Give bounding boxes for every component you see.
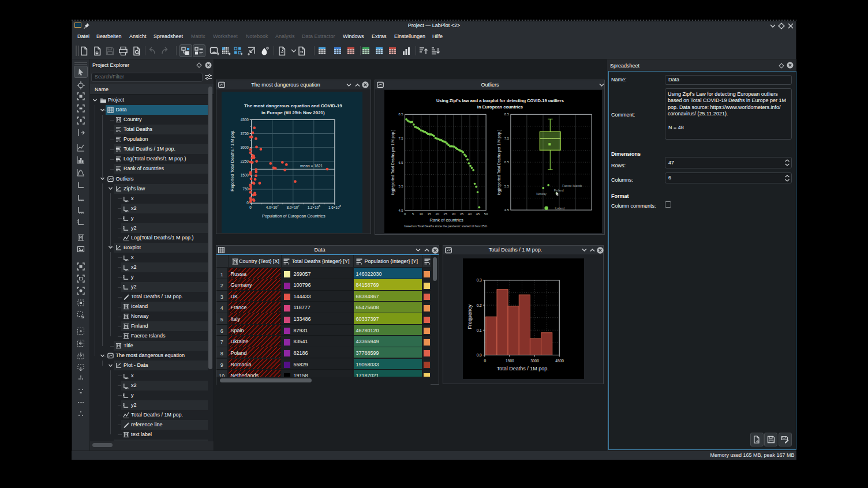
svg-text:based on Total Deaths since th: based on Total Deaths since the pandemic… bbox=[405, 224, 488, 228]
svg-text:1500: 1500 bbox=[241, 173, 249, 177]
svg-text:0: 0 bbox=[404, 212, 406, 216]
svg-text:10: 10 bbox=[419, 212, 422, 216]
svg-text:Rank of countries: Rank of countries bbox=[430, 217, 464, 223]
svg-text:5.5: 5.5 bbox=[399, 185, 403, 188]
svg-text:Norway: Norway bbox=[536, 192, 547, 196]
svg-text:4500: 4500 bbox=[555, 358, 564, 362]
svg-text:0.0: 0.0 bbox=[476, 353, 481, 357]
svg-text:2250: 2250 bbox=[241, 159, 249, 163]
svg-text:4.5: 4.5 bbox=[504, 208, 509, 212]
svg-text:15: 15 bbox=[428, 212, 431, 216]
svg-text:45: 45 bbox=[476, 212, 480, 216]
svg-text:0.1: 0.1 bbox=[476, 328, 481, 332]
svg-text:50: 50 bbox=[484, 212, 488, 216]
svg-text:in Europe (till 25th Nov 2021): in Europe (till 25th Nov 2021) bbox=[261, 110, 325, 115]
svg-text:Reported Total Deaths / 1 M po: Reported Total Deaths / 1 M pop. bbox=[230, 130, 235, 192]
svg-text:20: 20 bbox=[436, 212, 439, 216]
svg-text:25: 25 bbox=[444, 212, 447, 216]
svg-text:0: 0 bbox=[484, 358, 486, 362]
svg-text:750: 750 bbox=[242, 187, 249, 191]
svg-text:40: 40 bbox=[468, 212, 472, 216]
svg-text:log(reported Total Deaths per: log(reported Total Deaths per 1 M pop.) bbox=[391, 130, 395, 195]
svg-text:Population of European Countri: Population of European Countries bbox=[262, 213, 326, 219]
svg-text:6.5: 6.5 bbox=[399, 161, 403, 164]
svg-text:3000: 3000 bbox=[530, 358, 539, 362]
svg-text:Total Deaths / 1M pop.: Total Deaths / 1M pop. bbox=[496, 366, 548, 371]
svg-text:8.5: 8.5 bbox=[399, 112, 403, 116]
svg-text:Frequency: Frequency bbox=[467, 304, 473, 329]
svg-text:5: 5 bbox=[412, 212, 414, 216]
svg-text:Finland: Finland bbox=[554, 189, 564, 192]
svg-text:4.0×107: 4.0×107 bbox=[266, 205, 279, 209]
svg-text:mean = 1821: mean = 1821 bbox=[300, 164, 323, 168]
svg-text:7.5: 7.5 bbox=[399, 137, 403, 140]
svg-text:35: 35 bbox=[460, 212, 463, 216]
svg-text:6.5: 6.5 bbox=[504, 160, 509, 164]
svg-text:1.6×108: 1.6×108 bbox=[328, 205, 341, 209]
svg-text:Using Zipf's law and a boxplot: Using Zipf's law and a boxplot for detec… bbox=[436, 98, 564, 103]
svg-text:Faeroe Islands: Faeroe Islands bbox=[562, 184, 582, 187]
svg-text:1.2×108: 1.2×108 bbox=[308, 205, 320, 209]
svg-text:30: 30 bbox=[452, 212, 455, 216]
svg-text:4500: 4500 bbox=[241, 118, 249, 122]
svg-text:0.2: 0.2 bbox=[476, 303, 481, 307]
svg-text:7.5: 7.5 bbox=[504, 137, 509, 140]
svg-text:8.5: 8.5 bbox=[504, 112, 509, 116]
svg-text:3750: 3750 bbox=[241, 132, 249, 136]
svg-text:0: 0 bbox=[249, 205, 252, 209]
svg-text:in European countries: in European countries bbox=[477, 104, 523, 110]
svg-text:4.5: 4.5 bbox=[399, 209, 403, 212]
svg-text:3000: 3000 bbox=[241, 145, 249, 149]
svg-text:Iceland: Iceland bbox=[555, 207, 565, 210]
svg-text:0: 0 bbox=[246, 201, 249, 205]
svg-text:log(reported Total Deaths per: log(reported Total Deaths per 1 M pop.) bbox=[497, 130, 502, 195]
svg-text:0.3: 0.3 bbox=[476, 278, 481, 282]
svg-text:8.0×107: 8.0×107 bbox=[287, 205, 300, 209]
svg-text:5.5: 5.5 bbox=[504, 185, 509, 188]
svg-text:The most dangerous equation an: The most dangerous equation and COVID-19 bbox=[244, 103, 342, 108]
svg-text:1500: 1500 bbox=[506, 358, 514, 362]
